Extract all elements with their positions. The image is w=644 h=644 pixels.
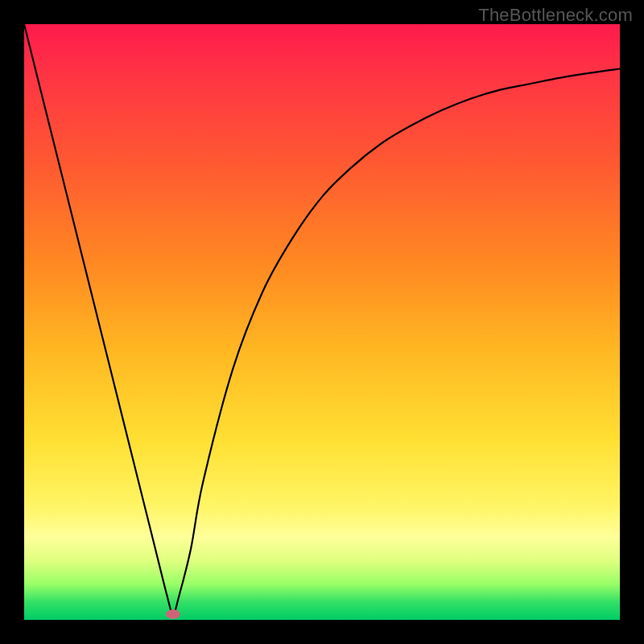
plot-area [24,24,620,620]
minimum-marker [166,609,180,619]
chart-frame: TheBottleneck.com [0,0,644,644]
bottleneck-curve [24,24,620,620]
watermark-text: TheBottleneck.com [478,5,633,26]
